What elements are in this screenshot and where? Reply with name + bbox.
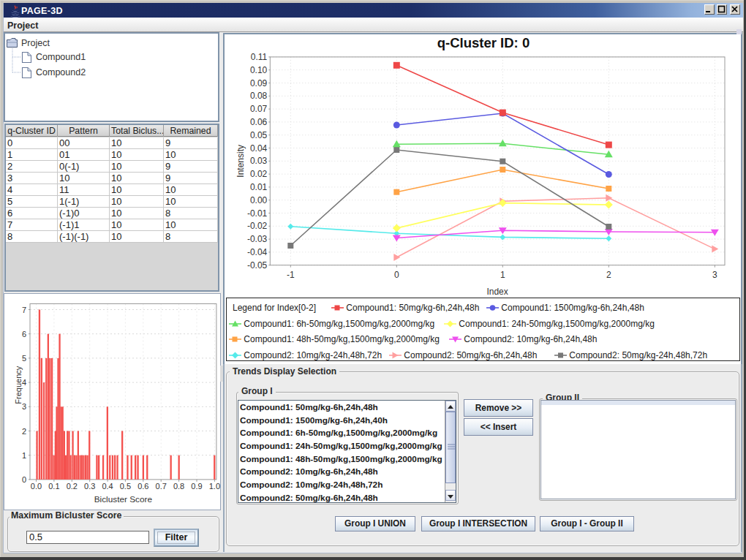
svg-text:0.03: 0.03 — [250, 156, 268, 166]
svg-text:0.1: 0.1 — [48, 482, 59, 491]
svg-text:0.6: 0.6 — [137, 482, 148, 491]
svg-text:0.0: 0.0 — [31, 482, 42, 491]
svg-text:0: 0 — [22, 475, 26, 484]
svg-text:0: 0 — [394, 270, 399, 280]
svg-text:0.08: 0.08 — [250, 91, 268, 101]
svg-text:5: 5 — [22, 354, 26, 363]
svg-text:0.05: 0.05 — [250, 130, 268, 140]
svg-text:Index: Index — [486, 287, 508, 297]
svg-text:-0.03: -0.03 — [247, 234, 268, 244]
svg-text:2: 2 — [22, 427, 26, 436]
svg-text:-0.02: -0.02 — [247, 221, 268, 231]
svg-text:-0.01: -0.01 — [247, 208, 268, 219]
svg-text:0.06: 0.06 — [250, 117, 268, 127]
svg-text:1: 1 — [22, 451, 26, 460]
svg-text:-1: -1 — [287, 270, 295, 280]
svg-text:Bicluster Score: Bicluster Score — [94, 494, 153, 504]
svg-text:2: 2 — [606, 270, 611, 280]
svg-text:Frequency: Frequency — [14, 366, 23, 404]
svg-text:3: 3 — [712, 270, 717, 280]
svg-text:0.5: 0.5 — [120, 482, 131, 491]
svg-text:0.7: 0.7 — [156, 482, 167, 491]
svg-text:0.9: 0.9 — [191, 482, 202, 491]
svg-text:0.2: 0.2 — [67, 482, 78, 491]
svg-text:0.10: 0.10 — [250, 65, 268, 75]
svg-text:Intensity: Intensity — [236, 145, 246, 178]
svg-text:-0.04: -0.04 — [247, 247, 268, 257]
svg-text:0.8: 0.8 — [173, 482, 184, 491]
svg-text:1.0: 1.0 — [209, 482, 220, 491]
svg-text:0.09: 0.09 — [250, 78, 268, 88]
svg-text:0.4: 0.4 — [102, 482, 113, 491]
svg-text:-0.05: -0.05 — [247, 260, 268, 270]
svg-text:0.07: 0.07 — [250, 104, 268, 114]
svg-text:0.00: 0.00 — [250, 195, 268, 205]
svg-text:6: 6 — [22, 330, 26, 338]
svg-text:1: 1 — [500, 270, 505, 280]
svg-text:0.3: 0.3 — [84, 482, 95, 491]
svg-text:0.02: 0.02 — [250, 169, 268, 179]
svg-text:7: 7 — [22, 306, 26, 314]
svg-text:0.04: 0.04 — [250, 143, 268, 154]
svg-text:0.11: 0.11 — [251, 52, 268, 62]
svg-text:0.01: 0.01 — [250, 182, 268, 192]
